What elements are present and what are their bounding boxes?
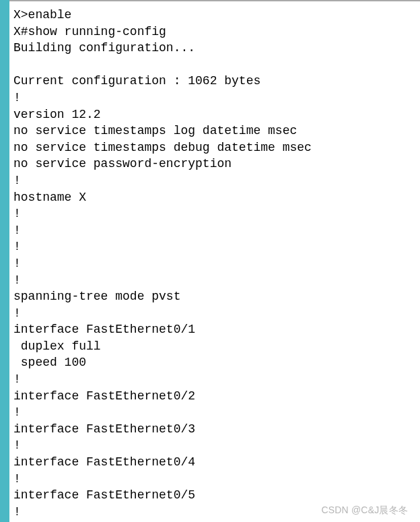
- window-top-border: [9, 0, 420, 1]
- terminal-output: X>enable X#show running-config Building …: [13, 7, 413, 522]
- watermark-text: CSDN @C&J晨冬冬: [321, 504, 408, 517]
- window-left-border: [0, 0, 9, 522]
